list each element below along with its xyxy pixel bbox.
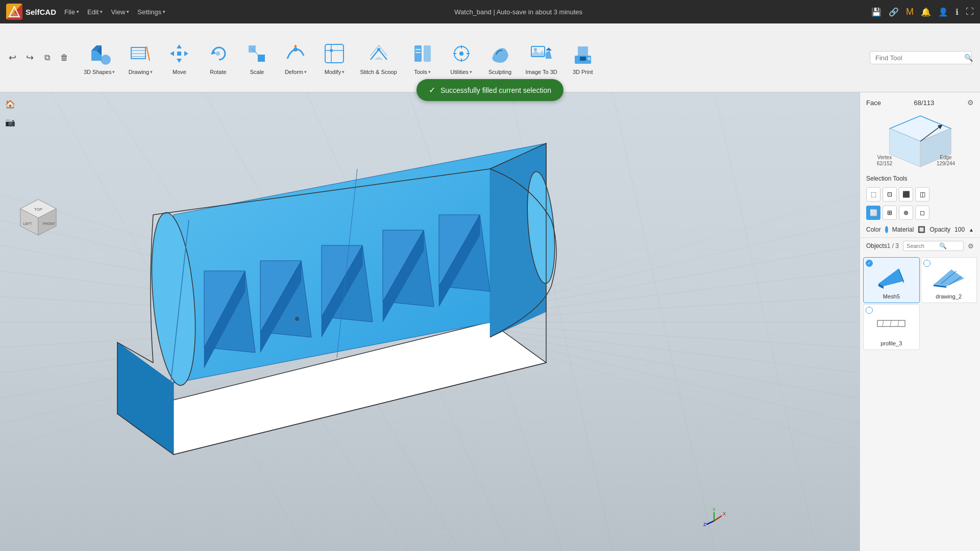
sculpting-icon [487, 40, 513, 67]
success-toast: ✓ Successfully filled current selection [416, 79, 564, 101]
svg-line-10 [146, 46, 150, 61]
svg-text:FRONT: FRONT [43, 222, 56, 226]
camera-icon[interactable]: 📷 [3, 115, 17, 129]
tool-image-to-3d[interactable]: Image To 3D [521, 30, 562, 86]
tool-3d-shapes[interactable]: 3D Shapes ▾ [79, 30, 120, 86]
svg-rect-29 [414, 45, 422, 62]
rotate-icon [205, 40, 231, 67]
menu-edit[interactable]: Edit▾ [87, 8, 103, 16]
home-icon[interactable]: 🏠 [3, 97, 17, 111]
svg-text:129/244: 129/244 [936, 161, 955, 166]
sel-tool-vertex[interactable]: ⊕ [899, 206, 913, 220]
material-label: Material [892, 226, 914, 233]
tool-scale[interactable]: Scale [238, 30, 275, 86]
share-icon[interactable]: 🔗 [889, 7, 899, 17]
tool-3d-print[interactable]: 3D Print [565, 30, 601, 86]
svg-line-121 [883, 320, 884, 327]
tool-image-to-3d-label: Image To 3D [526, 69, 557, 75]
user-icon[interactable]: 👤 [938, 7, 948, 17]
opacity-up-icon[interactable]: ▲ [969, 227, 974, 233]
modify-icon [321, 40, 348, 67]
drawing2-check [923, 260, 930, 267]
tool-drawing[interactable]: Drawing ▾ [122, 30, 159, 86]
cursor [295, 317, 299, 321]
utilities-icon [448, 40, 475, 67]
objects-label: Objects [866, 242, 887, 249]
svg-point-47 [587, 57, 591, 60]
tool-tools[interactable]: Tools ▾ [404, 30, 441, 86]
tool-modify[interactable]: Modify ▾ [316, 30, 353, 86]
redo-button[interactable]: ↪ [21, 49, 38, 66]
tool-tools-label: Tools ▾ [414, 69, 431, 75]
color-label: Color [866, 226, 881, 233]
right-panel: ◀ Face 68/113 ⚙ [860, 92, 980, 551]
copy-button[interactable]: ⧉ [39, 49, 55, 66]
mesh5-check: ✓ [866, 260, 873, 267]
watch-band-model [102, 118, 561, 475]
monetize-icon[interactable]: M [906, 7, 914, 17]
mesh-info: Face 68/113 ⚙ [860, 92, 980, 172]
tool-move-label: Move [173, 69, 186, 75]
sel-tool-invert[interactable]: ◫ [915, 187, 929, 202]
undo-button[interactable]: ↩ [4, 49, 20, 66]
search-icon[interactable]: 🔍 [964, 54, 973, 62]
tool-utilities[interactable]: Utilities ▾ [443, 30, 480, 86]
svg-text:Z: Z [703, 522, 706, 527]
menu-settings[interactable]: Settings▾ [137, 8, 165, 16]
object-profile3[interactable]: profile_3 [863, 304, 920, 350]
tool-move[interactable]: Move [161, 30, 198, 86]
svg-marker-23 [294, 44, 297, 47]
svg-line-64 [612, 92, 715, 551]
deform-icon [282, 40, 309, 67]
mesh-diagram: Edge 129/244 Vertex 62/152 [866, 107, 974, 168]
profile3-thumb [871, 308, 912, 338]
objects-grid: ✓ Mesh5 drawing_2 [860, 254, 980, 353]
find-tool-input[interactable] [875, 54, 961, 62]
svg-marker-12 [177, 59, 182, 63]
objects-count: 1 / 3 [887, 242, 899, 249]
delete-button[interactable]: 🗑 [56, 49, 72, 66]
topbar-right: 💾 🔗 M 🔔 👤 ℹ ⛶ [871, 7, 974, 17]
fullscreen-icon[interactable]: ⛶ [966, 7, 974, 16]
title-area: Watch_band | Auto-save in about 3 minute… [174, 8, 863, 16]
objects-search-input[interactable] [906, 243, 937, 249]
3d-print-icon [570, 40, 596, 67]
image-to-3d-icon [528, 40, 555, 67]
viewport-cube[interactable]: TOP LEFT FRONT [15, 194, 61, 242]
object-drawing2[interactable]: drawing_2 [921, 257, 977, 303]
notification-icon[interactable]: 🔔 [921, 7, 931, 17]
svg-marker-11 [177, 44, 182, 48]
objects-settings-icon[interactable]: ⚙ [968, 242, 974, 250]
info-icon[interactable]: ℹ [955, 7, 959, 17]
settings-gear-icon[interactable]: ⚙ [967, 98, 974, 107]
tools-icon [409, 40, 436, 67]
sel-tool-rect[interactable]: ⬚ [866, 187, 880, 202]
svg-marker-113 [878, 268, 904, 286]
profile3-check [866, 307, 873, 314]
material-icon[interactable]: 🔲 [918, 226, 925, 233]
menu-file[interactable]: File▾ [64, 8, 79, 16]
logo-icon [6, 4, 22, 20]
3d-shapes-icon [86, 40, 113, 67]
sel-tool-loop[interactable]: ⊡ [883, 187, 897, 202]
color-swatch[interactable] [885, 226, 888, 233]
axis-indicator: X Y Z [701, 508, 727, 536]
sel-tool-paint[interactable]: ⬛ [899, 187, 913, 202]
sel-tool-object[interactable]: ◻ [915, 206, 929, 220]
save-icon[interactable]: 💾 [871, 7, 881, 17]
stitch-scoop-icon [365, 40, 392, 67]
object-mesh5[interactable]: ✓ Mesh5 [863, 257, 920, 303]
svg-point-28 [377, 48, 380, 51]
tool-deform[interactable]: Deform ▾ [277, 30, 314, 86]
objects-search[interactable]: 🔍 [903, 241, 964, 251]
sel-tool-face[interactable]: ⬜ [866, 206, 880, 220]
objects-search-icon[interactable]: 🔍 [939, 242, 947, 249]
tool-sculpting[interactable]: Sculpting [482, 30, 519, 86]
svg-marker-14 [184, 51, 188, 56]
sel-tool-edge[interactable]: ⊞ [883, 206, 897, 220]
tool-rotate[interactable]: Rotate [200, 30, 236, 86]
panel-collapse-button[interactable]: ◀ [860, 97, 860, 112]
find-tool[interactable]: 🔍 [870, 51, 972, 64]
tool-stitch-scoop[interactable]: Stitch & Scoop [355, 30, 402, 86]
menu-view[interactable]: View▾ [111, 8, 129, 16]
